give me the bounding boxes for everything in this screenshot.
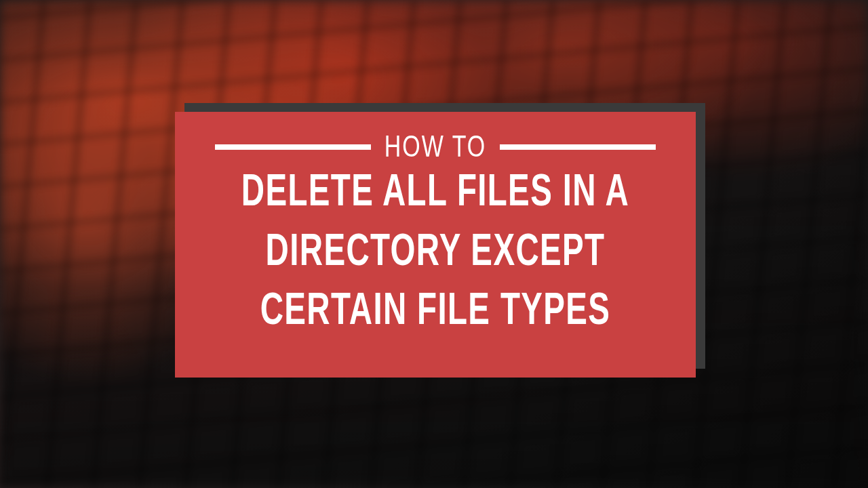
main-title: DELETE ALL FILES IN A DIRECTORY EXCEPT C… [230,160,640,338]
decorative-line-right [500,144,656,150]
decorative-line-left [215,144,371,150]
title-card: HOW TO DELETE ALL FILES IN A DIRECTORY E… [175,112,696,378]
eyebrow-text: HOW TO [384,129,487,164]
eyebrow-row: HOW TO [202,134,669,160]
